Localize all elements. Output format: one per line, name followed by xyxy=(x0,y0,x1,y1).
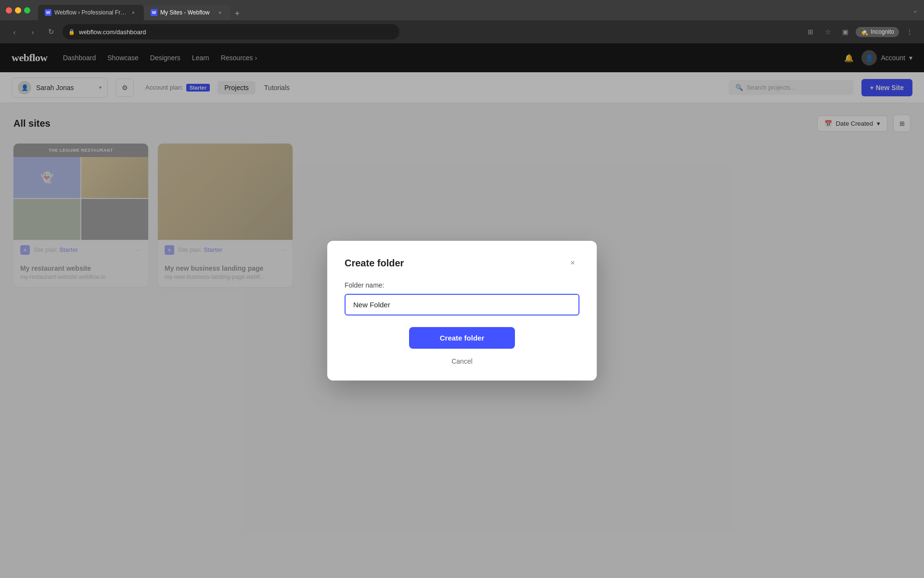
create-folder-modal: Create folder × Folder name: Create fold… xyxy=(327,241,597,381)
browser-toolbar: ‹ › ↻ 🔒 webflow.com/dashboard ⊞ ☆ ▣ 🕵 In… xyxy=(0,20,924,43)
extensions-button[interactable]: ⊞ xyxy=(804,25,817,39)
modal-actions: Create folder Cancel xyxy=(345,327,579,367)
close-window-button[interactable] xyxy=(6,7,12,13)
modal-title: Create folder xyxy=(345,258,404,269)
more-button[interactable]: ⋮ xyxy=(903,25,916,39)
modal-body: Folder name: xyxy=(345,281,579,315)
back-button[interactable]: ‹ xyxy=(8,25,21,39)
incognito-label: Incognito xyxy=(871,28,894,35)
app: webflow Dashboard Showcase Designers Lea… xyxy=(0,43,924,578)
folder-name-input[interactable] xyxy=(345,294,579,315)
forward-button[interactable]: › xyxy=(26,25,39,39)
tab-favicon-1: W xyxy=(45,9,51,16)
address-bar[interactable]: 🔒 webflow.com/dashboard xyxy=(63,24,399,39)
browser-actions: ⊞ ☆ ▣ 🕵 Incognito ⋮ xyxy=(804,25,916,39)
cancel-button[interactable]: Cancel xyxy=(449,355,475,367)
folder-name-label: Folder name: xyxy=(345,281,579,289)
browser-tab-1[interactable]: W Webflow › Professional Freelar... × xyxy=(38,5,144,20)
browser-titlebar: W Webflow › Professional Freelar... × W … xyxy=(0,0,924,20)
window-controls[interactable]: ⌄ xyxy=(912,6,918,14)
address-text: webflow.com/dashboard xyxy=(79,28,146,36)
browser-chrome: W Webflow › Professional Freelar... × W … xyxy=(0,0,924,43)
desktop-button[interactable]: ▣ xyxy=(838,25,852,39)
incognito-badge: 🕵 Incognito xyxy=(856,27,899,37)
create-folder-button[interactable]: Create folder xyxy=(409,327,515,349)
tab-title-1: Webflow › Professional Freelar... xyxy=(54,9,127,16)
tab-close-1[interactable]: × xyxy=(129,9,137,16)
new-tab-button[interactable]: + xyxy=(231,7,244,20)
star-button[interactable]: ☆ xyxy=(821,25,834,39)
tab-favicon-2: W xyxy=(151,9,157,16)
reload-button[interactable]: ↻ xyxy=(44,25,58,39)
modal-backdrop: Create folder × Folder name: Create fold… xyxy=(0,43,924,578)
minimize-window-button[interactable] xyxy=(15,7,21,13)
browser-tab-2[interactable]: W My Sites - Webflow × xyxy=(144,5,231,20)
tab-bar: W Webflow › Professional Freelar... × W … xyxy=(38,0,909,20)
lock-icon: 🔒 xyxy=(68,29,75,35)
maximize-window-button[interactable] xyxy=(24,7,30,13)
traffic-lights xyxy=(6,7,30,13)
tab-title-2: My Sites - Webflow xyxy=(160,9,213,16)
modal-close-button[interactable]: × xyxy=(566,256,579,270)
modal-header: Create folder × xyxy=(345,256,579,270)
tab-close-2[interactable]: × xyxy=(216,9,224,16)
